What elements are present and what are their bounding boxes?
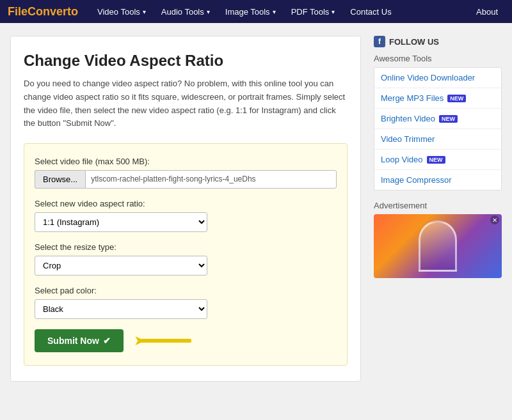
nav-audio-tools[interactable]: Audio Tools ▾ — [155, 3, 216, 20]
tool-item-brighten-video[interactable]: Brighten Video NEW — [374, 109, 501, 129]
follow-us-section: f FOLLOW US — [374, 36, 502, 47]
tool-item-online-video-downloader[interactable]: Online Video Downloader — [374, 68, 501, 88]
new-badge: NEW — [447, 95, 466, 102]
sidebar: f FOLLOW US Awesome Tools Online Video D… — [374, 36, 502, 382]
facebook-icon: f — [374, 36, 385, 47]
file-group: Select video file (max 500 MB): Browse..… — [35, 157, 337, 189]
chevron-down-icon: ▾ — [207, 8, 210, 15]
advertisement-image: ✕ — [374, 214, 502, 278]
nav-video-tools[interactable]: Video Tools ▾ — [91, 3, 152, 20]
nav-pdf-tools[interactable]: PDF Tools ▾ — [285, 3, 342, 20]
chevron-down-icon: ▾ — [273, 8, 276, 15]
nav-about[interactable]: About — [470, 3, 504, 20]
nav-links: Video Tools ▾ Audio Tools ▾ Image Tools … — [91, 3, 504, 20]
file-row: Browse... ytlscom-rachel-platten-fight-s… — [35, 170, 337, 189]
site-logo[interactable]: FileConverto — [8, 5, 78, 19]
form-card: Select video file (max 500 MB): Browse..… — [24, 143, 348, 366]
pad-color-select[interactable]: Black White Red Green Blue — [35, 299, 207, 319]
tool-item-loop-video[interactable]: Loop Video NEW — [374, 150, 501, 170]
submit-row: Submit Now ✔ ➤ — [35, 329, 337, 352]
chevron-down-icon: ▾ — [332, 8, 335, 15]
arrow-underline — [140, 339, 191, 343]
aspect-ratio-group: Select new video aspect ratio: 1:1 (Inst… — [35, 199, 337, 232]
main-content: Change Video Aspect Ratio Do you need to… — [10, 36, 361, 382]
pad-color-group: Select pad color: Black White Red Green … — [35, 286, 337, 319]
tool-item-merge-mp3[interactable]: Merge MP3 Files NEW — [374, 88, 501, 109]
file-label: Select video file (max 500 MB): — [35, 157, 337, 166]
follow-us-label: FOLLOW US — [389, 37, 439, 47]
navbar: FileConverto Video Tools ▾ Audio Tools ▾… — [0, 0, 512, 23]
awesome-tools-title: Awesome Tools — [374, 54, 502, 63]
checkmark-icon: ✔ — [103, 336, 111, 346]
file-name-display: ytlscom-rachel-platten-fight-song-lyrics… — [85, 170, 337, 189]
page-wrapper: Change Video Aspect Ratio Do you need to… — [0, 23, 512, 394]
chevron-down-icon: ▾ — [143, 8, 146, 15]
resize-type-group: Select the resize type: Crop Pad Stretch — [35, 242, 337, 276]
new-badge: NEW — [427, 156, 445, 164]
aspect-ratio-label: Select new video aspect ratio: — [35, 199, 337, 208]
tool-item-video-trimmer[interactable]: Video Trimmer — [374, 129, 501, 150]
page-title: Change Video Aspect Ratio — [24, 52, 348, 70]
logo-text: FileConverto — [8, 5, 78, 18]
page-description: Do you need to change video aspect ratio… — [24, 77, 348, 130]
nav-image-tools[interactable]: Image Tools ▾ — [219, 3, 282, 20]
advertisement-label: Advertisement — [374, 201, 502, 210]
ad-close-button[interactable]: ✕ — [490, 215, 499, 224]
submit-button[interactable]: Submit Now ✔ — [35, 329, 124, 352]
new-badge: NEW — [439, 115, 458, 123]
aspect-ratio-select[interactable]: 1:1 (Instagram) 16:9 (Widescreen) 9:16 (… — [35, 212, 207, 232]
tool-item-image-compressor[interactable]: Image Compressor — [374, 170, 501, 190]
ad-image-inner — [419, 221, 457, 272]
resize-type-label: Select the resize type: — [35, 242, 337, 252]
resize-type-select[interactable]: Crop Pad Stretch — [35, 256, 207, 276]
pad-color-label: Select pad color: — [35, 286, 337, 295]
nav-contact-us[interactable]: Contact Us — [344, 3, 397, 20]
tools-list[interactable]: Online Video Downloader Merge MP3 Files … — [374, 67, 502, 191]
browse-button[interactable]: Browse... — [35, 170, 85, 189]
